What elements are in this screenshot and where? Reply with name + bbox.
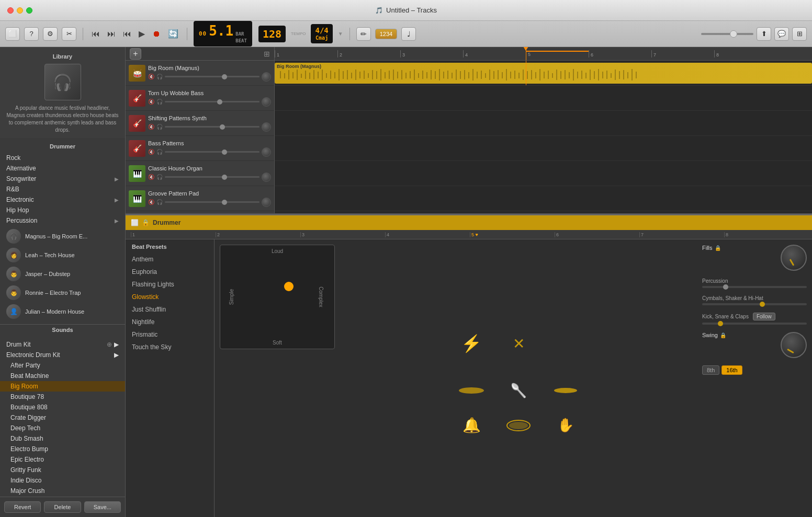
sound-electro-bump[interactable]: Electro Bump (0, 444, 125, 454)
cycle-button[interactable]: 🔄 (166, 28, 181, 40)
track-lane-6[interactable] (275, 211, 812, 213)
close-button[interactable] (7, 7, 14, 14)
fullscreen-button[interactable] (26, 7, 32, 14)
sound-deep-tech[interactable]: Deep Tech (0, 423, 125, 433)
preset-nightlife[interactable]: Nightlife (126, 316, 214, 328)
kick-slider-track[interactable] (702, 323, 807, 325)
track-header-4[interactable]: 🎹 Classic House Organ 🔇 🎧 (126, 161, 274, 186)
track-headphones-4[interactable]: 🎧 (156, 174, 163, 180)
track-headphones-1[interactable]: 🎧 (156, 99, 163, 105)
track-vol-4[interactable] (165, 176, 260, 178)
settings-button[interactable]: ⚙ (43, 27, 58, 41)
skip-back-button[interactable]: ⏮ (121, 28, 133, 40)
track-header-5[interactable]: 🎹 Groove Pattern Pad 🔇 🎧 (126, 186, 274, 211)
play-button[interactable]: ▶ (137, 28, 147, 40)
drum-lightning-icon[interactable]: ⚡ (450, 323, 492, 364)
track-mute-0[interactable]: 🔇 (148, 74, 154, 79)
fills-knob[interactable] (781, 245, 807, 271)
drum-timpani-icon[interactable]: 🔔 (450, 417, 492, 434)
rewind-button[interactable]: ⏮ (89, 28, 102, 40)
track-knob-0[interactable] (262, 72, 271, 82)
save-button[interactable]: Save... (84, 501, 121, 513)
percussion-slider-track[interactable] (702, 286, 807, 288)
drum-cross-icon[interactable]: ✕ (498, 323, 539, 364)
sound-boutique-808[interactable]: Boutique 808 (0, 402, 125, 412)
time-sig-display[interactable]: 4/4 Cmaj (311, 24, 332, 43)
drum-hand-icon[interactable]: ✋ (545, 417, 587, 434)
preset-glowstick[interactable]: Glowstick (126, 291, 214, 303)
time-sig-dropdown[interactable]: ▼ (338, 31, 343, 37)
track-vol-0[interactable] (165, 76, 260, 77)
scissor-button[interactable]: ✂ (62, 27, 76, 41)
preset-just-shufflin[interactable]: Just Shufflin (126, 303, 214, 316)
swing-knob[interactable] (781, 332, 807, 358)
drummer-item-1[interactable]: 👩 Leah – Tech House (0, 246, 125, 265)
track-vol-5[interactable] (165, 201, 260, 203)
sound-beat-machine[interactable]: Beat Machine (0, 371, 125, 381)
cymbals-slider-track[interactable] (702, 303, 807, 305)
track-mute-1[interactable]: 🔇 (148, 99, 154, 105)
sound-dub-smash[interactable]: Dub Smash (0, 433, 125, 444)
help-button[interactable]: ? (24, 27, 39, 41)
note-button[interactable]: ♩ (401, 27, 416, 41)
sound-major-crush[interactable]: Major Crush (0, 486, 125, 496)
sound-gritty-funk[interactable]: Gritty Funk (0, 465, 125, 475)
record-button[interactable]: ⏺ (150, 28, 163, 40)
track-lane-2[interactable] (275, 111, 812, 136)
chat-button[interactable]: 💬 (774, 27, 789, 41)
track-knob-3[interactable] (262, 147, 271, 157)
track-lane-1[interactable] (275, 86, 812, 111)
sound-crate-digger[interactable]: Crate Digger (0, 412, 125, 423)
sound-cat-drum-kit[interactable]: Drum Kit ⊕ ▶ (0, 339, 125, 350)
category-electronic[interactable]: Electronic ▶ (0, 194, 125, 205)
sound-epic-electro[interactable]: Epic Electro (0, 454, 125, 465)
delete-button[interactable]: Delete (44, 501, 81, 513)
track-vol-2[interactable] (165, 126, 260, 128)
revert-button[interactable]: Revert (4, 501, 41, 513)
drummer-item-0[interactable]: 🎧 Magnus – Big Room E... (0, 227, 125, 246)
xy-pad[interactable]: Loud Soft Simple Complex (220, 245, 335, 349)
track-knob-5[interactable] (262, 198, 271, 207)
category-rock[interactable]: Rock (0, 153, 125, 163)
category-hiphop[interactable]: Hip Hop (0, 205, 125, 215)
preset-euphoria[interactable]: Euphoria (126, 266, 214, 278)
track-header-3[interactable]: 🎸 Bass Patterns 🔇 🎧 (126, 136, 274, 161)
preset-touch-sky[interactable]: Touch the Sky (126, 341, 214, 353)
track-headphones-2[interactable]: 🎧 (156, 124, 163, 130)
share-button[interactable]: ⬆ (757, 27, 771, 41)
track-mute-2[interactable]: 🔇 (148, 124, 154, 130)
track-mute-4[interactable]: 🔇 (148, 174, 154, 180)
track-options-icon[interactable]: ⊞ (264, 50, 270, 58)
drummer-item-4[interactable]: 👤 Julian – Modern House (0, 302, 125, 321)
track-vol-3[interactable] (165, 151, 260, 153)
fast-forward-button[interactable]: ⏭ (105, 28, 118, 40)
library-button[interactable]: ⬜ (5, 27, 20, 41)
category-songwriter[interactable]: Songwriter ▶ (0, 174, 125, 184)
drum-cymbal-icon[interactable] (450, 370, 492, 411)
drum-snare-icon[interactable] (498, 417, 539, 434)
drummer-item-3[interactable]: 👨 Ronnie – Electro Trap (0, 283, 125, 302)
track-lane-5[interactable] (275, 186, 812, 211)
volume-slider[interactable] (701, 33, 753, 35)
preset-anthem[interactable]: Anthem (126, 253, 214, 266)
track-lane-0[interactable]: Big Room (Magnus) (275, 61, 812, 86)
track-knob-1[interactable] (262, 97, 271, 107)
track-knob-2[interactable] (262, 122, 271, 132)
sound-boutique-78[interactable]: Boutique 78 (0, 392, 125, 402)
sound-indie-disco[interactable]: Indie Disco (0, 475, 125, 486)
category-alternative[interactable]: Alternative (0, 163, 125, 174)
track-knob-4[interactable] (262, 173, 271, 182)
track-headphones-5[interactable]: 🎧 (156, 199, 163, 205)
track-headphones-0[interactable]: 🎧 (156, 74, 163, 79)
track-header-1[interactable]: 🎸 Torn Up Wobble Bass 🔇 🎧 (126, 86, 274, 111)
track-mute-3[interactable]: 🔇 (148, 149, 154, 155)
track-header-6[interactable]: 🎹 Chicago Chords 🔇 🎧 (126, 211, 274, 213)
sound-cat-electronic[interactable]: Electronic Drum Kit ▶ (0, 350, 125, 360)
drum-hihat-icon[interactable] (545, 370, 587, 411)
track-headphones-3[interactable]: 🎧 (156, 149, 163, 155)
track-header-0[interactable]: 🥁 Big Room (Magnus) 🔇 🎧 (126, 61, 274, 86)
category-percussion[interactable]: Percussion ▶ (0, 215, 125, 226)
add-track-button[interactable]: + (130, 48, 141, 60)
pencil-button[interactable]: ✏ (356, 27, 371, 41)
preset-flashing-lights[interactable]: Flashing Lights (126, 278, 214, 291)
